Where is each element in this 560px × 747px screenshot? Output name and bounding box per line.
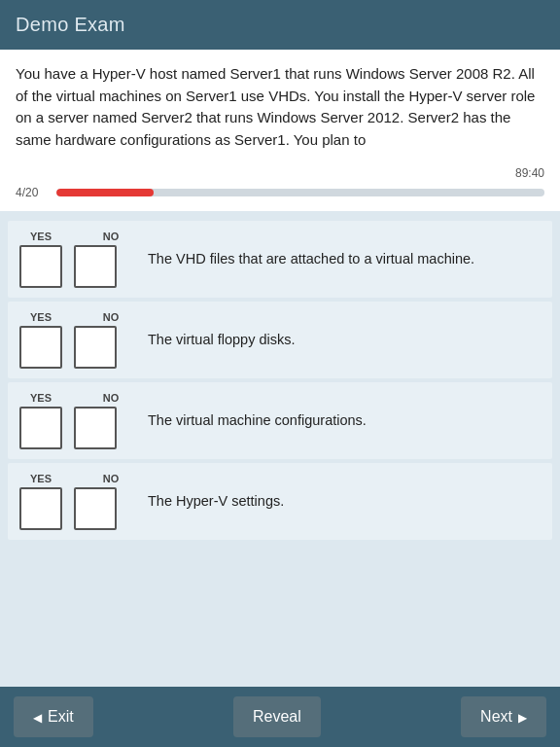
yes-no-group-1: YES NO [19, 231, 132, 288]
next-chevron-right-icon [518, 708, 527, 726]
no-box-4[interactable] [74, 487, 117, 530]
app-header: Demo Exam [0, 0, 560, 50]
question-fill [56, 189, 154, 196]
yes-label-2: YES [19, 311, 62, 323]
yes-box-1[interactable] [19, 245, 62, 288]
next-button[interactable]: Next [461, 696, 546, 737]
no-box-2[interactable] [74, 326, 117, 369]
no-label-1: NO [89, 231, 132, 242]
answer-text-4: The Hyper-V settings. [148, 491, 541, 511]
answer-text-3: The virtual machine configurations. [148, 410, 541, 430]
no-label-2: NO [89, 311, 132, 323]
exit-label: Exit [48, 708, 74, 726]
no-box-3[interactable] [74, 407, 117, 449]
answers-area: YES NO The VHD files that are attached t… [0, 211, 560, 687]
no-label-4: NO [89, 473, 132, 484]
yes-box-2[interactable] [19, 326, 62, 369]
answer-text-1: The VHD files that are attached to a vir… [148, 249, 541, 268]
question-text: You have a Hyper-V host named Server1 th… [16, 65, 535, 148]
next-label: Next [480, 708, 512, 726]
answer-text-2: The virtual floppy disks. [148, 330, 541, 349]
header-title: Demo Exam [16, 14, 125, 35]
reveal-button[interactable]: Reveal [233, 696, 321, 737]
progress-area: 89:40 4/20 [0, 162, 560, 211]
timer-value: 89:40 [515, 166, 544, 180]
yes-no-group-4: YES NO [19, 473, 132, 530]
yes-no-group-3: YES NO [19, 392, 132, 449]
no-box-1[interactable] [74, 245, 117, 288]
timer-progress-row: 89:40 [16, 166, 544, 182]
yes-label-3: YES [19, 392, 62, 404]
question-counter: 4/20 [16, 186, 51, 199]
answer-row-4: YES NO The Hyper-V settings. [8, 463, 552, 540]
yes-box-3[interactable] [19, 407, 62, 449]
yes-box-4[interactable] [19, 487, 62, 530]
question-track [56, 189, 544, 196]
question-area: You have a Hyper-V host named Server1 th… [0, 50, 560, 162]
answer-row-1: YES NO The VHD files that are attached t… [8, 221, 552, 298]
exit-button[interactable]: Exit [14, 696, 93, 737]
answer-row-3: YES NO The virtual machine configuration… [8, 382, 552, 459]
no-label-3: NO [89, 392, 132, 404]
yes-label-1: YES [19, 231, 62, 242]
exit-chevron-left-icon [33, 708, 42, 726]
answer-row-2: YES NO The virtual floppy disks. [8, 302, 552, 378]
reveal-label: Reveal [253, 708, 301, 726]
footer: Exit Reveal Next [0, 687, 560, 747]
yes-no-group-2: YES NO [19, 311, 132, 369]
question-progress-row: 4/20 [16, 186, 544, 199]
yes-label-4: YES [19, 473, 62, 484]
